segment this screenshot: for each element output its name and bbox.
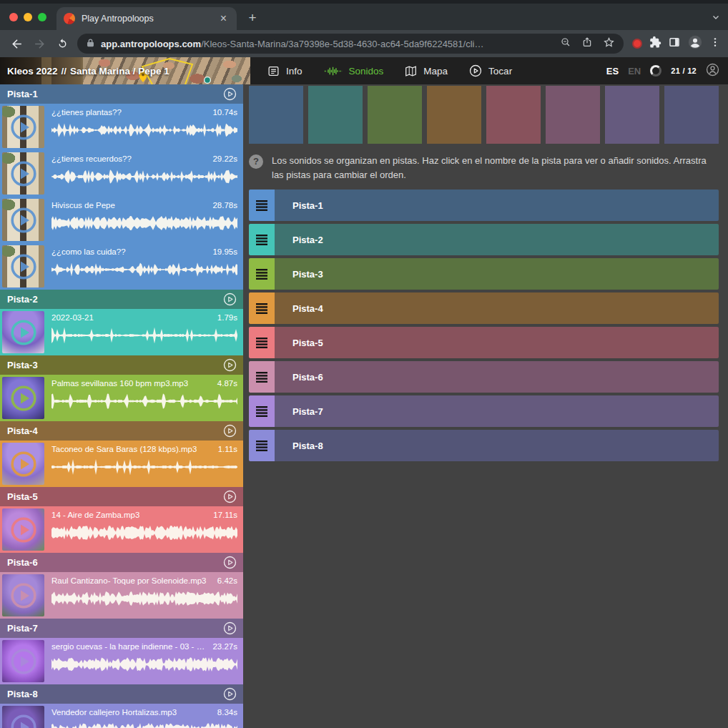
clip-waveform[interactable] [51, 167, 237, 186]
back-button[interactable] [6, 33, 27, 54]
clip-play-button[interactable] [9, 384, 38, 413]
sidebar-track-header[interactable]: Pista-8 [0, 684, 243, 704]
drag-handle[interactable] [249, 395, 275, 427]
url-bar[interactable]: app.antropoloops.com/Kleos-Santa-Marina/… [77, 34, 624, 54]
drag-handle[interactable] [249, 361, 275, 393]
track-row[interactable]: Pista-5 [249, 327, 719, 358]
clip-waveform[interactable] [51, 721, 237, 728]
audio-clip[interactable]: ¿¿tienes recuerdos?? 29.22s [0, 150, 243, 197]
clip-play-button[interactable] [9, 713, 38, 728]
track-row-bar[interactable]: Pista-6 [275, 361, 719, 393]
track-play-button[interactable] [223, 621, 237, 635]
track-row-bar[interactable]: Pista-4 [275, 292, 719, 324]
clip-thumbnail[interactable] [2, 443, 44, 485]
track-row[interactable]: Pista-2 [249, 224, 719, 255]
nav-item-mapa[interactable]: Mapa [405, 65, 448, 77]
tab-search-chevron-icon[interactable] [711, 12, 721, 25]
track-play-button[interactable] [223, 424, 237, 438]
track-play-button[interactable] [223, 292, 237, 306]
close-window-button[interactable] [9, 13, 18, 21]
clip-waveform[interactable] [51, 326, 237, 345]
clip-play-button[interactable] [9, 113, 38, 142]
sidebar-track-header[interactable]: Pista-4 [0, 421, 243, 441]
drag-handle[interactable] [249, 190, 275, 221]
share-icon[interactable] [581, 36, 593, 51]
drag-handle[interactable] [249, 327, 275, 358]
audio-clip[interactable]: Taconeo de Sara Baras (128 kbps).mp3 1.1… [0, 441, 243, 487]
new-tab-button[interactable]: + [242, 8, 262, 28]
clip-play-button[interactable] [9, 450, 38, 478]
audio-clip[interactable]: ¿¿tienes plantas?? 10.74s [0, 104, 243, 150]
clip-waveform[interactable] [51, 121, 237, 139]
clip-play-button[interactable] [9, 647, 38, 676]
lang-es-button[interactable]: ES [606, 66, 619, 77]
audio-clip[interactable]: Raul Cantizano- Toque por Solenoide.mp3 … [0, 572, 243, 619]
track-row[interactable]: Pista-1 [249, 190, 719, 221]
sidebar-track-header[interactable]: Pista-5 [0, 487, 243, 506]
clip-waveform[interactable] [51, 458, 237, 476]
clip-play-button[interactable] [9, 318, 38, 347]
reload-button[interactable] [51, 33, 73, 54]
track-row-bar[interactable]: Pista-7 [275, 395, 719, 427]
clip-play-button[interactable] [9, 206, 38, 235]
clip-waveform[interactable] [51, 589, 237, 608]
clip-play-button[interactable] [9, 252, 38, 281]
track-row[interactable]: Pista-3 [249, 258, 719, 290]
track-row-bar[interactable]: Pista-1 [275, 190, 719, 221]
clip-thumbnail[interactable] [2, 640, 44, 682]
bookmark-star-icon[interactable] [603, 36, 615, 51]
side-panel-icon[interactable] [668, 36, 681, 51]
breadcrumb-item[interactable]: Santa Marina / Pepe 1 [70, 66, 169, 77]
zoom-window-button[interactable] [38, 13, 46, 21]
clip-waveform[interactable] [51, 392, 237, 410]
clip-waveform[interactable] [51, 523, 237, 542]
track-row-bar[interactable]: Pista-5 [275, 327, 719, 358]
clip-thumbnail[interactable] [2, 245, 44, 287]
minimize-window-button[interactable] [24, 13, 32, 21]
track-row-bar[interactable]: Pista-2 [275, 224, 719, 255]
track-play-button[interactable] [223, 556, 237, 569]
drag-handle[interactable] [249, 292, 275, 324]
sidebar-track-header[interactable]: Pista-6 [0, 553, 243, 572]
browser-tab[interactable]: Play Antropoloops × [56, 7, 237, 30]
track-play-button[interactable] [223, 687, 237, 701]
track-row-bar[interactable]: Pista-8 [275, 430, 719, 461]
track-row-bar[interactable]: Pista-3 [275, 258, 719, 290]
breadcrumb-project[interactable]: Kleos 2022 [7, 66, 58, 77]
audio-clip[interactable]: 2022-03-21 1.79s [0, 309, 243, 355]
breadcrumb[interactable]: Kleos 2022//Santa Marina / Pepe 1 [0, 57, 250, 84]
lang-en-button[interactable]: EN [628, 66, 641, 77]
nav-item-sonidos[interactable]: Sonidos [324, 66, 384, 77]
audio-clip[interactable]: Vendedor callejero Hortalizas.mp3 8.34s [0, 704, 243, 728]
track-row[interactable]: Pista-6 [249, 361, 719, 393]
account-icon[interactable] [706, 63, 719, 79]
track-play-button[interactable] [223, 87, 237, 101]
track-play-button[interactable] [223, 358, 237, 372]
sidebar-track-header[interactable]: Pista-7 [0, 619, 243, 638]
drag-handle[interactable] [249, 224, 275, 255]
clip-thumbnail[interactable] [2, 574, 44, 616]
sidebar-track-header[interactable]: Pista-3 [0, 355, 243, 375]
clip-thumbnail[interactable] [2, 508, 44, 551]
clip-thumbnail[interactable] [2, 199, 44, 241]
clip-play-button[interactable] [9, 516, 38, 544]
tab-close-icon[interactable]: × [217, 11, 230, 26]
drag-handle[interactable] [249, 430, 275, 461]
browser-profile-avatar[interactable] [687, 34, 703, 53]
clip-thumbnail[interactable] [2, 152, 44, 195]
recording-extension-icon[interactable] [632, 39, 642, 49]
clip-thumbnail[interactable] [2, 106, 44, 148]
extensions-puzzle-icon[interactable] [649, 36, 661, 51]
track-row[interactable]: Pista-7 [249, 395, 719, 427]
clip-thumbnail[interactable] [2, 311, 44, 353]
nav-item-tocar[interactable]: Tocar [469, 64, 512, 77]
clip-play-button[interactable] [9, 159, 38, 188]
track-play-button[interactable] [223, 490, 237, 503]
clip-thumbnail[interactable] [2, 377, 44, 419]
audio-clip[interactable]: ¿¿como las cuida?? 19.95s [0, 243, 243, 290]
zoom-level-icon[interactable] [560, 36, 571, 51]
audio-clip[interactable]: Palmas sevillanas 160 bpm mp3.mp3 4.87s [0, 375, 243, 421]
clip-waveform[interactable] [51, 214, 237, 232]
drag-handle[interactable] [249, 258, 275, 290]
sidebar-track-header[interactable]: Pista-1 [0, 84, 243, 104]
